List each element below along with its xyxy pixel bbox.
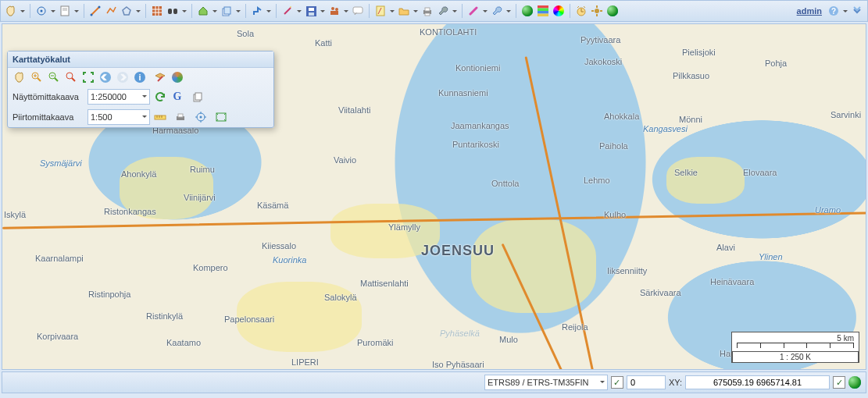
save-icon[interactable] [304,4,318,18]
note-dropdown[interactable] [389,4,395,18]
svg-rect-2 [61,6,69,16]
document-dropdown[interactable] [73,4,80,18]
place-label: Ristinkylä [146,311,183,321]
alarm-icon[interactable] [574,4,588,18]
draw-scale-select[interactable]: 1:500 [88,109,150,125]
map-viewport[interactable]: SolaKONTIOLAHTIKattiPyytivaaraJakokoskiP… [2,23,866,370]
user-link[interactable]: admin [797,6,822,16]
lake-label: Sysmäjärvi [40,158,82,168]
draw-dropdown[interactable] [135,4,141,18]
people-dropdown[interactable] [343,4,349,18]
print-icon[interactable] [173,110,188,124]
place-label: Ylämylly [388,222,420,232]
place-label: Mattisenlahti [360,279,409,288]
help-dropdown[interactable] [842,4,848,18]
gear-icon[interactable] [590,4,604,18]
svg-line-52 [55,78,58,81]
copies-icon[interactable] [191,90,205,104]
xy-checkbox[interactable] [833,376,845,389]
zoom-out-icon[interactable] [47,70,61,84]
refresh-icon[interactable] [153,90,167,104]
svg-line-48 [38,78,41,81]
svg-rect-13 [173,9,177,14]
place-label: Vaivio [334,155,356,165]
help-icon[interactable]: ? [827,4,841,18]
svg-text:i: i [138,73,141,82]
svg-line-16 [284,8,291,14]
prev-icon[interactable] [98,70,113,84]
zoom-extent-icon[interactable] [64,70,78,84]
tool-icon[interactable] [490,4,504,18]
next-icon[interactable] [116,70,130,84]
svg-text:?: ? [831,7,836,16]
pen-dropdown[interactable] [482,4,488,18]
pen-icon[interactable] [466,4,480,18]
print-icon[interactable] [420,4,434,18]
people-icon[interactable] [327,4,341,18]
crs-checkbox[interactable] [611,376,623,389]
speech-icon[interactable] [351,4,365,18]
folder-icon[interactable] [397,4,411,18]
place-label: Ristinpohja [88,290,130,299]
tool-dropdown[interactable] [505,4,512,18]
pan-icon[interactable] [13,70,27,84]
wrench-icon[interactable] [436,4,450,18]
google-icon[interactable]: G [170,90,184,104]
place-label: Ristonkangas [104,207,156,216]
copy-icon[interactable] [220,4,234,18]
place-label: Katti [315,38,332,48]
fullscreen-icon[interactable] [81,70,95,84]
wand-dropdown[interactable] [296,4,302,18]
place-label: Kiiessalo [262,241,296,251]
wrench-dropdown[interactable] [452,4,458,18]
pan-dropdown[interactable] [20,4,26,18]
extent-box-icon[interactable] [214,110,228,124]
svg-rect-32 [538,11,548,14]
layer-edit-icon[interactable] [153,70,167,84]
draw-polygon-icon[interactable] [120,4,134,18]
place-label: Pyytivaara [580,35,620,44]
zone-input[interactable] [627,375,666,389]
xy-input[interactable] [685,375,830,389]
svg-rect-23 [353,7,363,13]
ruler-icon[interactable] [153,110,167,124]
place-label: Ahonkylä [121,169,156,179]
document-icon[interactable] [58,4,72,18]
home-dropdown[interactable] [212,4,218,18]
svg-point-1 [41,10,43,12]
pan-icon[interactable] [4,4,18,18]
binoculars-dropdown[interactable] [181,4,188,18]
route-dropdown[interactable] [266,4,272,18]
draw-line-icon[interactable] [88,4,102,18]
target-dropdown[interactable] [50,4,56,18]
info-icon[interactable]: i [133,70,147,84]
save-dropdown[interactable] [320,4,326,18]
palette-circle-icon[interactable] [170,70,184,84]
crs-select[interactable]: ETRS89 / ETRS-TM35FIN [484,375,608,390]
route-icon[interactable] [250,4,264,18]
zoom-in-icon[interactable] [30,70,44,84]
svg-line-29 [470,8,477,14]
place-label: KONTIOLAHTI [420,27,477,37]
grid-icon[interactable] [150,4,164,18]
world-button[interactable] [848,376,861,389]
scale-distance: 5 km [737,334,854,343]
world-icon[interactable] [520,4,534,18]
home-icon[interactable] [196,4,210,18]
copy-dropdown[interactable] [235,4,241,18]
folder-dropdown[interactable] [413,4,419,18]
refresh-globe-icon[interactable] [605,4,620,18]
place-label: Paihola [599,141,628,151]
wand-icon[interactable] [280,4,295,18]
note-icon[interactable] [373,4,388,18]
color-wheel-icon[interactable] [552,4,566,18]
collapse-icon[interactable] [850,4,864,18]
place-label: Mulo [499,335,518,344]
palette-icon[interactable] [536,4,550,18]
locate-icon[interactable] [194,110,208,124]
place-label: Iskylä [4,210,26,219]
binoculars-icon[interactable] [166,4,180,18]
draw-polyline-icon[interactable] [104,4,118,18]
target-icon[interactable] [34,4,48,18]
display-scale-select[interactable]: 1:250000 [88,89,150,105]
